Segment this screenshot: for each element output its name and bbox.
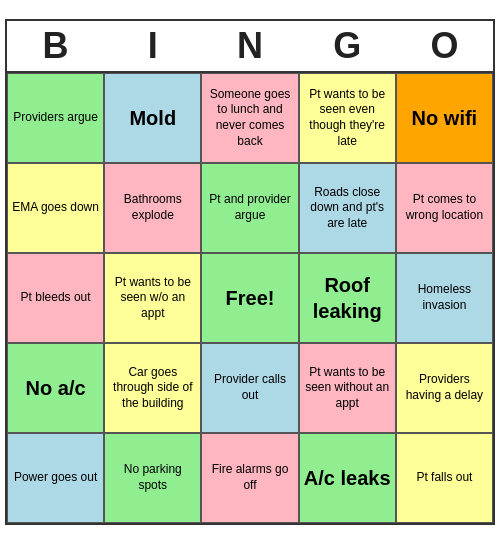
cell-text-8: Roads close down and pt's are late [304,185,391,232]
cell-text-6: Bathrooms explode [109,192,196,223]
cell-text-23: A/c leaks [304,465,391,491]
cell-text-3: Pt wants to be seen even though they're … [304,87,391,149]
bingo-cell-20[interactable]: Power goes out [7,433,104,523]
cell-text-16: Car goes through side of the building [109,365,196,412]
header-letter-g: G [299,21,396,71]
bingo-cell-10[interactable]: Pt bleeds out [7,253,104,343]
cell-text-13: Roof leaking [304,272,391,324]
cell-text-10: Pt bleeds out [21,290,91,306]
header-letter-b: B [7,21,104,71]
cell-text-19: Providers having a delay [401,372,488,403]
bingo-cell-13[interactable]: Roof leaking [299,253,396,343]
cell-text-18: Pt wants to be seen without an appt [304,365,391,412]
bingo-cell-12[interactable]: Free! [201,253,298,343]
bingo-cell-17[interactable]: Provider calls out [201,343,298,433]
cell-text-21: No parking spots [109,462,196,493]
cell-text-5: EMA goes down [12,200,99,216]
bingo-cell-2[interactable]: Someone goes to lunch and never comes ba… [201,73,298,163]
cell-text-11: Pt wants to be seen w/o an appt [109,275,196,322]
cell-text-20: Power goes out [14,470,97,486]
cell-text-9: Pt comes to wrong location [401,192,488,223]
header-letter-n: N [201,21,298,71]
bingo-cell-0[interactable]: Providers argue [7,73,104,163]
header-letter-o: O [396,21,493,71]
header-letter-i: I [104,21,201,71]
cell-text-12: Free! [226,285,275,311]
bingo-cell-6[interactable]: Bathrooms explode [104,163,201,253]
cell-text-17: Provider calls out [206,372,293,403]
cell-text-15: No a/c [26,375,86,401]
bingo-header: BINGO [7,21,493,71]
bingo-cell-14[interactable]: Homeless invasion [396,253,493,343]
bingo-cell-8[interactable]: Roads close down and pt's are late [299,163,396,253]
bingo-cell-19[interactable]: Providers having a delay [396,343,493,433]
bingo-grid: Providers argueMoldSomeone goes to lunch… [7,71,493,523]
bingo-cell-16[interactable]: Car goes through side of the building [104,343,201,433]
bingo-cell-3[interactable]: Pt wants to be seen even though they're … [299,73,396,163]
bingo-cell-21[interactable]: No parking spots [104,433,201,523]
cell-text-22: Fire alarms go off [206,462,293,493]
bingo-cell-11[interactable]: Pt wants to be seen w/o an appt [104,253,201,343]
cell-text-14: Homeless invasion [401,282,488,313]
cell-text-24: Pt falls out [416,470,472,486]
bingo-cell-1[interactable]: Mold [104,73,201,163]
bingo-cell-7[interactable]: Pt and provider argue [201,163,298,253]
bingo-cell-15[interactable]: No a/c [7,343,104,433]
bingo-card: BINGO Providers argueMoldSomeone goes to… [5,19,495,525]
bingo-cell-9[interactable]: Pt comes to wrong location [396,163,493,253]
cell-text-2: Someone goes to lunch and never comes ba… [206,87,293,149]
bingo-cell-4[interactable]: No wifi [396,73,493,163]
cell-text-4: No wifi [412,105,478,131]
bingo-cell-5[interactable]: EMA goes down [7,163,104,253]
bingo-cell-18[interactable]: Pt wants to be seen without an appt [299,343,396,433]
cell-text-0: Providers argue [13,110,98,126]
cell-text-7: Pt and provider argue [206,192,293,223]
bingo-cell-24[interactable]: Pt falls out [396,433,493,523]
bingo-cell-22[interactable]: Fire alarms go off [201,433,298,523]
cell-text-1: Mold [129,105,176,131]
bingo-cell-23[interactable]: A/c leaks [299,433,396,523]
